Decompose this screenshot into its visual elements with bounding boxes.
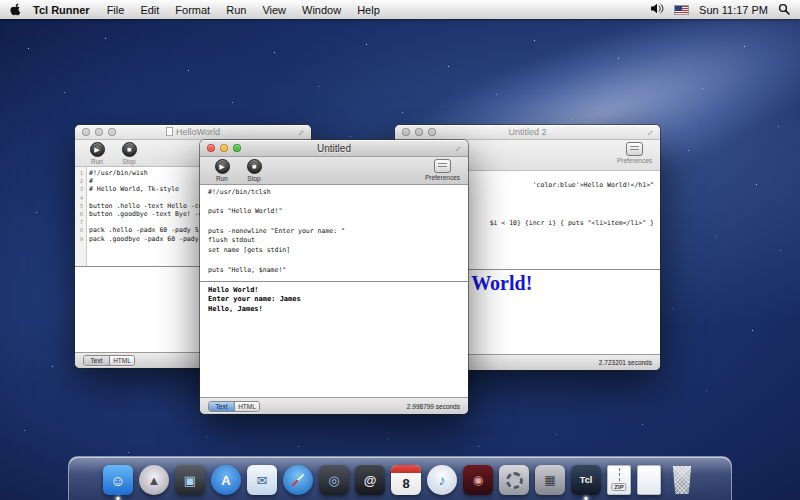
dock-dvd-player[interactable]: ◉	[463, 465, 493, 495]
menu-bar: Tcl Runner File Edit Format Run View Win…	[0, 0, 800, 19]
segment-html[interactable]: HTML	[234, 402, 259, 411]
dock-icons: ☺ ▲ ▣ A ✉ ◎ @ 8 ♪ ◉ ▦ Tcl ZIP	[103, 465, 697, 495]
minimize-button[interactable]	[95, 128, 103, 136]
menu-edit[interactable]: Edit	[132, 4, 167, 16]
fullscreen-icon[interactable]: ↔	[451, 142, 464, 155]
code-line: puts "Hello, $name!"	[208, 266, 468, 276]
dock-mail[interactable]: ✉	[247, 465, 277, 495]
output-line: Enter your name: James	[208, 295, 460, 304]
apple-menu-icon[interactable]	[10, 3, 22, 16]
code-line: set name [gets stdin]	[208, 246, 468, 256]
dock-tcl-runner[interactable]: Tcl	[571, 465, 601, 495]
dock-trash[interactable]	[667, 465, 697, 495]
dock-zip-archive[interactable]: ZIP	[607, 465, 631, 495]
play-icon: ▶	[94, 146, 99, 153]
stop-icon: ■	[127, 146, 131, 153]
preferences-icon	[434, 159, 451, 173]
code-line: puts -nonewline "Enter your name: "	[208, 227, 468, 237]
preferences-icon	[626, 142, 643, 156]
close-button[interactable]	[207, 144, 215, 152]
close-button[interactable]	[82, 128, 90, 136]
menu-run[interactable]: Run	[218, 4, 254, 16]
dock-mail-at[interactable]: @	[355, 465, 385, 495]
zoom-button[interactable]	[428, 128, 436, 136]
run-button[interactable]: ▶Run	[208, 159, 236, 184]
menu-clock[interactable]: Sun 11:17 PM	[699, 4, 768, 16]
code-line: #!/usr/bin/tclsh	[208, 188, 468, 198]
untitled-output-pane: Hello World! Enter your name: James Hell…	[200, 282, 468, 397]
code-line: puts "Hello World!"	[208, 207, 468, 217]
preferences-button[interactable]: Preferences	[425, 159, 460, 181]
dock-app-store[interactable]: A	[211, 465, 241, 495]
window-untitled: Untitled ↔ ▶Run ■Stop Preferences #!/usr…	[200, 140, 468, 414]
untitled-code-editor[interactable]: #!/usr/bin/tclsh puts "Hello World!" put…	[200, 185, 468, 282]
dock-finder[interactable]: ☺	[103, 465, 133, 495]
play-icon: ▶	[219, 163, 224, 170]
code-line: flush stdout	[208, 236, 468, 246]
stop-icon: ■	[252, 163, 256, 170]
minimize-button[interactable]	[415, 128, 423, 136]
run-timer: 2.723201 seconds	[599, 359, 652, 366]
zoom-button[interactable]	[108, 128, 116, 136]
untitled-toolbar: ▶Run ■Stop Preferences	[200, 157, 468, 185]
output-line: Hello World!	[208, 286, 460, 295]
spotlight-icon[interactable]	[778, 3, 790, 17]
untitled-titlebar[interactable]: Untitled ↔	[200, 140, 468, 157]
code-line	[208, 256, 468, 266]
dock-system-preferences[interactable]	[499, 465, 529, 495]
dock-safari[interactable]	[283, 465, 313, 495]
code-line	[208, 198, 468, 208]
document-proxy-icon	[166, 127, 173, 136]
input-language-flag-icon[interactable]	[674, 5, 689, 15]
run-timer: 2.998799 seconds	[407, 403, 460, 410]
fullscreen-icon[interactable]: ↔	[643, 126, 656, 139]
menu-format[interactable]: Format	[167, 4, 218, 16]
preferences-button[interactable]: Preferences	[617, 142, 652, 164]
menu-file[interactable]: File	[99, 4, 133, 16]
app-menu-title[interactable]: Tcl Runner	[24, 4, 99, 16]
segment-html[interactable]: HTML	[109, 356, 134, 365]
output-mode-segmented-control: Text HTML	[83, 355, 135, 366]
stop-button[interactable]: ■Stop	[240, 159, 268, 184]
output-mode-segmented-control: Text HTML	[208, 401, 260, 412]
close-button[interactable]	[402, 128, 410, 136]
helloworld-titlebar[interactable]: HelloWorld ↔	[75, 125, 311, 140]
segment-text[interactable]: Text	[209, 402, 234, 411]
dock-document[interactable]	[637, 465, 661, 495]
dock-photo-booth[interactable]: ◎	[319, 465, 349, 495]
dock-mission-control[interactable]: ▣	[175, 465, 205, 495]
code-line	[208, 217, 468, 227]
minimize-button[interactable]	[220, 144, 228, 152]
dock-calendar[interactable]: 8	[391, 465, 421, 495]
run-button[interactable]: ▶Run	[83, 142, 111, 166]
dock-utilities[interactable]: ▦	[535, 465, 565, 495]
volume-icon[interactable]	[650, 3, 664, 16]
untitled-bottom-bar: Text HTML 2.998799 seconds	[200, 397, 468, 414]
stop-button[interactable]: ■Stop	[115, 142, 143, 166]
fullscreen-icon[interactable]: ↔	[294, 126, 307, 139]
dock-itunes[interactable]: ♪	[427, 465, 457, 495]
menu-view[interactable]: View	[254, 4, 294, 16]
menu-window[interactable]: Window	[294, 4, 349, 16]
output-line: Hello, James!	[208, 305, 460, 314]
untitled2-titlebar[interactable]: Untitled 2 ↔	[395, 125, 660, 140]
menu-help[interactable]: Help	[349, 4, 388, 16]
dock: ☺ ▲ ▣ A ✉ ◎ @ 8 ♪ ◉ ▦ Tcl ZIP	[0, 446, 800, 500]
zoom-button[interactable]	[233, 144, 241, 152]
segment-text[interactable]: Text	[84, 356, 109, 365]
dock-launchpad[interactable]: ▲	[139, 465, 169, 495]
